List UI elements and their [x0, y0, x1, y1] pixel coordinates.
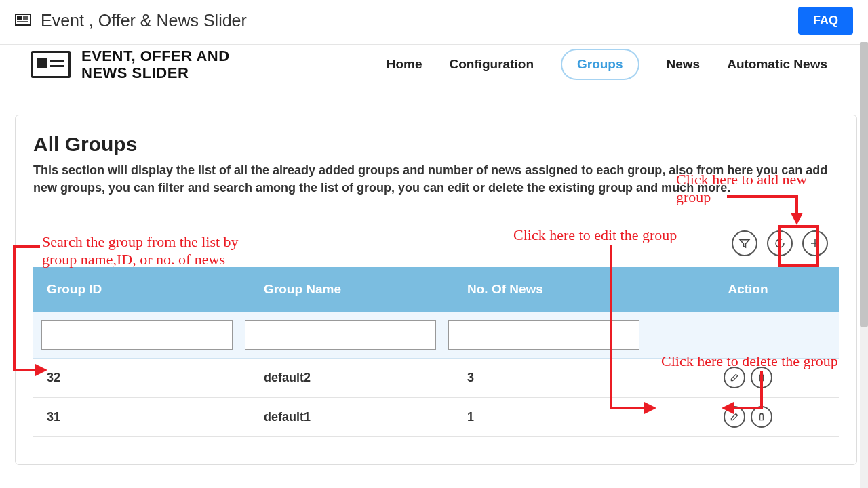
toolbar [33, 230, 839, 256]
refresh-icon [774, 237, 786, 249]
module-icon [15, 14, 31, 28]
header-no-of-news: No. Of News [454, 267, 657, 312]
panel-title: All Groups [33, 133, 839, 156]
refresh-button[interactable] [767, 230, 793, 256]
filter-icon [738, 237, 751, 249]
panel: All Groups This section will display the… [15, 115, 857, 465]
nav-groups[interactable]: Groups [561, 49, 639, 80]
logo-line-2: NEWS SLIDER [81, 64, 230, 81]
edit-button[interactable] [724, 367, 745, 388]
nav-links: Home Configuration Groups News Automatic… [387, 49, 827, 80]
page-title: Event , Offer & News Slider [41, 11, 247, 30]
logo-line-1: EVENT, OFFER AND [81, 47, 230, 64]
logo-icon [31, 51, 71, 78]
delete-button[interactable] [751, 406, 772, 428]
cell-no-of-news: 1 [454, 398, 657, 436]
logo: EVENT, OFFER AND NEWS SLIDER [31, 47, 230, 82]
pencil-icon [730, 412, 739, 422]
svg-rect-1 [17, 16, 22, 20]
cell-no-of-news: 3 [454, 359, 657, 397]
cell-group-name: default1 [250, 398, 454, 436]
filter-no-of-news[interactable] [448, 320, 639, 350]
plus-icon [809, 237, 821, 249]
cell-group-id: 32 [33, 359, 250, 397]
faq-button[interactable]: FAQ [798, 7, 853, 35]
table-row: 31 default1 1 [33, 398, 839, 437]
nav-automatic-news[interactable]: Automatic News [727, 50, 827, 79]
table-header: Group ID Group Name No. Of News Action [33, 267, 839, 312]
table-filter-row [33, 312, 839, 359]
cell-group-name: default2 [250, 359, 454, 397]
filter-group-id[interactable] [41, 320, 233, 350]
cell-action [657, 367, 839, 388]
topbar-left: Event , Offer & News Slider [15, 11, 247, 30]
header-action: Action [657, 267, 839, 312]
delete-button[interactable] [751, 367, 772, 388]
table-row: 32 default2 3 [33, 359, 839, 398]
filter-button[interactable] [732, 230, 757, 256]
header-group-name: Group Name [250, 267, 454, 312]
edit-button[interactable] [724, 406, 745, 428]
navbar: EVENT, OFFER AND NEWS SLIDER Home Config… [4, 42, 868, 87]
scrollbar-thumb[interactable] [860, 42, 868, 327]
pencil-icon [730, 373, 739, 382]
logo-text: EVENT, OFFER AND NEWS SLIDER [81, 47, 230, 82]
trash-icon [757, 373, 766, 382]
add-button[interactable] [802, 230, 828, 256]
nav-configuration[interactable]: Configuration [449, 50, 534, 79]
nav-news[interactable]: News [667, 50, 701, 79]
header-group-id: Group ID [33, 267, 250, 312]
groups-table: Group ID Group Name No. Of News Action 3… [33, 267, 839, 437]
trash-icon [757, 412, 766, 422]
cell-group-id: 31 [33, 398, 250, 436]
panel-description: This section will display the list of al… [33, 161, 839, 197]
nav-home[interactable]: Home [387, 50, 422, 79]
filter-group-name[interactable] [245, 320, 436, 350]
filter-spacer [652, 320, 832, 350]
top-bar: Event , Offer & News Slider FAQ [0, 0, 868, 45]
cell-action [657, 406, 839, 428]
